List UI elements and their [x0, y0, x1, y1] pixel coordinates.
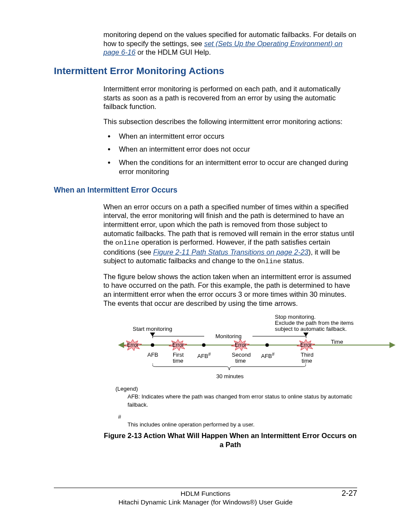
- dot-icon: [265, 343, 269, 347]
- lead-paragraph: monitoring depend on the values specifie…: [103, 30, 357, 57]
- arrow-left-icon: [118, 342, 124, 348]
- figure-caption: Figure 2-13 Action What Will Happen When…: [103, 431, 357, 449]
- subsection-body: When an error occurs on a path a specifi…: [103, 202, 357, 308]
- dot-icon: [151, 343, 154, 347]
- arrow-right-icon: [389, 342, 395, 348]
- label-error: Error: [172, 342, 184, 348]
- label-error: Error: [300, 342, 312, 348]
- intro-paragraph: monitoring depend on the values specifie…: [103, 30, 357, 57]
- label-30-minutes: 30 minutes: [216, 373, 244, 380]
- timeline-diagram: Stop monitoring. Exclude the path from t…: [115, 314, 400, 383]
- label-afb-hash: AFB#: [261, 352, 274, 360]
- dot-icon: [202, 343, 206, 347]
- legend-hash-text: This includes online operation performed…: [128, 421, 357, 429]
- label-error: Error: [235, 342, 246, 348]
- section-body: Intermittent error monitoring is perform…: [103, 84, 357, 176]
- page-footer: HDLM Functions 2-27 Hitachi Dynamic Link…: [54, 488, 357, 506]
- page: monitoring depend on the values specifie…: [0, 0, 411, 532]
- text: or the HDLM GUI Help.: [137, 48, 211, 56]
- page-number: 2-27: [342, 489, 357, 498]
- paragraph: Intermittent error monitoring is perform…: [103, 84, 357, 111]
- text: status.: [281, 257, 304, 264]
- label-error: Error: [127, 342, 139, 348]
- label-afb-hash: AFB#: [197, 352, 211, 360]
- timeline-line: [124, 345, 390, 345]
- brace-30min: [153, 363, 306, 372]
- paragraph: When an error occurs on a path a specifi…: [103, 202, 357, 266]
- code-online: online: [115, 239, 140, 247]
- bullet-list: When an intermittent error occurs When a…: [103, 132, 357, 176]
- label-monitoring: Monitoring: [215, 333, 242, 340]
- brace: [252, 336, 306, 336]
- section-heading: Intermittent Error Monitoring Actions: [54, 65, 357, 77]
- subsection-heading: When an Intermittent Error Occurs: [54, 186, 357, 195]
- figure-block: Stop monitoring. Exclude the path from t…: [103, 314, 357, 449]
- brace: [306, 336, 306, 338]
- list-item: When an intermittent error occurs: [103, 132, 357, 141]
- link-figure-2-11[interactable]: Figure 2-11 Path Status Transitions on p…: [153, 248, 308, 256]
- label-subject-failback: subject to automatic failback.: [275, 326, 347, 333]
- label-time: Time: [331, 339, 343, 345]
- label-afb: AFB: [147, 352, 158, 358]
- list-item: When an intermittent error does not occu…: [103, 145, 357, 154]
- brace: [153, 336, 204, 336]
- paragraph: The figure below shows the action taken …: [103, 272, 357, 308]
- code-online-status: Online: [257, 258, 281, 265]
- footer-book-title: Hitachi Dynamic Link Manager (for Window…: [54, 498, 357, 506]
- footer-section: HDLM Functions: [181, 490, 230, 497]
- legend-title: (Legend): [115, 385, 357, 393]
- list-item: When the conditions for an intermittent …: [103, 158, 357, 176]
- figure-legend: (Legend) AFB: Indicates where the path w…: [115, 385, 357, 429]
- legend-afb: AFB: Indicates where the path was change…: [128, 393, 357, 408]
- label-start-monitoring: Start monitoring: [133, 326, 172, 333]
- paragraph: This subsection describes the following …: [103, 117, 357, 126]
- figure-diagram: Stop monitoring. Exclude the path from t…: [115, 314, 357, 429]
- legend-hash-symbol: #: [118, 413, 357, 421]
